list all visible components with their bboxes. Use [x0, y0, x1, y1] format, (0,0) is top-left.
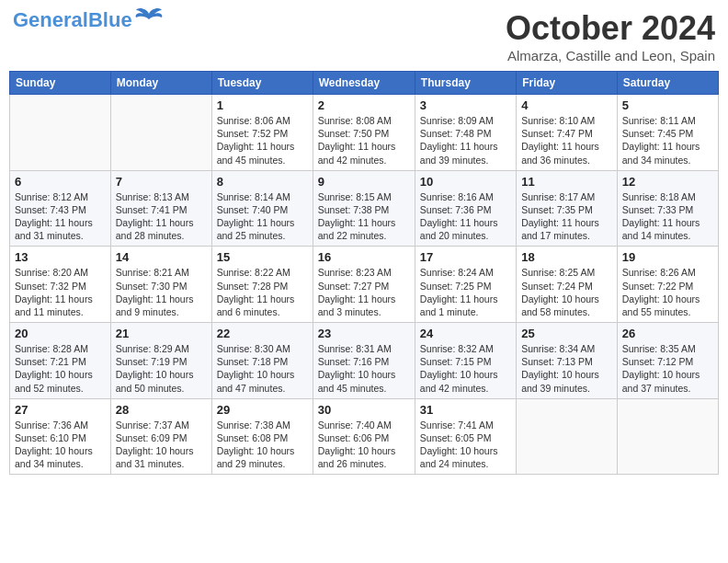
day-info: Sunrise: 8:15 AM Sunset: 7:38 PM Dayligh…	[318, 190, 410, 243]
day-number: 1	[217, 98, 308, 112]
day-number: 12	[622, 175, 713, 189]
calendar-week-row: 1Sunrise: 8:06 AM Sunset: 7:52 PM Daylig…	[10, 95, 719, 171]
day-info: Sunrise: 7:37 AM Sunset: 6:09 PM Dayligh…	[116, 419, 207, 471]
calendar-cell: 26Sunrise: 8:35 AM Sunset: 7:12 PM Dayli…	[617, 323, 718, 399]
calendar-week-row: 6Sunrise: 8:12 AM Sunset: 7:43 PM Daylig…	[10, 170, 719, 247]
calendar-week-row: 27Sunrise: 7:36 AM Sunset: 6:10 PM Dayli…	[10, 398, 719, 475]
day-number: 26	[622, 327, 713, 340]
day-info: Sunrise: 8:14 AM Sunset: 7:40 PM Dayligh…	[217, 190, 308, 243]
day-number: 23	[318, 327, 410, 340]
day-info: Sunrise: 8:08 AM Sunset: 7:50 PM Dayligh…	[318, 114, 410, 167]
day-number: 15	[217, 250, 308, 264]
day-number: 14	[116, 250, 207, 264]
calendar-cell: 30Sunrise: 7:40 AM Sunset: 6:06 PM Dayli…	[313, 398, 415, 475]
day-number: 7	[116, 175, 207, 189]
day-number: 21	[116, 327, 207, 340]
calendar-cell: 11Sunrise: 8:17 AM Sunset: 7:35 PM Dayli…	[517, 170, 618, 247]
calendar-cell	[617, 398, 718, 475]
calendar-cell: 5Sunrise: 8:11 AM Sunset: 7:45 PM Daylig…	[617, 95, 718, 171]
calendar-cell: 20Sunrise: 8:28 AM Sunset: 7:21 PM Dayli…	[10, 323, 111, 399]
day-info: Sunrise: 8:31 AM Sunset: 7:16 PM Dayligh…	[318, 342, 410, 395]
day-number: 9	[318, 175, 410, 189]
day-info: Sunrise: 8:22 AM Sunset: 7:28 PM Dayligh…	[217, 266, 308, 318]
day-number: 30	[318, 403, 410, 417]
calendar-cell: 2Sunrise: 8:08 AM Sunset: 7:50 PM Daylig…	[313, 95, 415, 171]
logo-text: GeneralBlue	[13, 9, 132, 31]
day-number: 20	[15, 327, 106, 340]
day-number: 28	[116, 403, 207, 417]
day-number: 4	[521, 98, 612, 112]
calendar-cell: 8Sunrise: 8:14 AM Sunset: 7:40 PM Daylig…	[211, 170, 313, 247]
day-info: Sunrise: 7:38 AM Sunset: 6:08 PM Dayligh…	[217, 419, 308, 471]
calendar-cell	[110, 95, 211, 171]
day-info: Sunrise: 8:13 AM Sunset: 7:41 PM Dayligh…	[116, 190, 207, 243]
day-number: 16	[318, 250, 410, 264]
day-info: Sunrise: 8:10 AM Sunset: 7:47 PM Dayligh…	[521, 114, 612, 167]
calendar-cell: 16Sunrise: 8:23 AM Sunset: 7:27 PM Dayli…	[313, 247, 415, 323]
page-header: GeneralBlue October 2024 Almarza, Castil…	[9, 9, 719, 63]
day-number: 13	[15, 250, 106, 264]
day-number: 6	[15, 175, 106, 189]
day-info: Sunrise: 8:28 AM Sunset: 7:21 PM Dayligh…	[15, 342, 106, 395]
day-info: Sunrise: 8:20 AM Sunset: 7:32 PM Dayligh…	[15, 266, 106, 318]
calendar-cell: 7Sunrise: 8:13 AM Sunset: 7:41 PM Daylig…	[110, 170, 211, 247]
day-info: Sunrise: 8:35 AM Sunset: 7:12 PM Dayligh…	[622, 342, 713, 395]
calendar-cell: 19Sunrise: 8:26 AM Sunset: 7:22 PM Dayli…	[617, 247, 718, 323]
day-number: 10	[420, 175, 511, 189]
calendar-cell: 18Sunrise: 8:25 AM Sunset: 7:24 PM Dayli…	[517, 247, 618, 323]
day-info: Sunrise: 8:24 AM Sunset: 7:25 PM Dayligh…	[420, 266, 511, 318]
calendar-cell: 23Sunrise: 8:31 AM Sunset: 7:16 PM Dayli…	[313, 323, 415, 399]
title-block: October 2024 Almarza, Castille and Leon,…	[506, 9, 715, 63]
calendar-cell: 17Sunrise: 8:24 AM Sunset: 7:25 PM Dayli…	[415, 247, 516, 323]
logo-bird-icon	[134, 6, 164, 27]
day-info: Sunrise: 8:09 AM Sunset: 7:48 PM Dayligh…	[420, 114, 511, 167]
calendar-cell	[10, 95, 111, 171]
calendar-header-row: SundayMondayTuesdayWednesdayThursdayFrid…	[10, 72, 719, 95]
weekday-header: Friday	[517, 72, 618, 95]
day-number: 2	[318, 98, 410, 112]
day-info: Sunrise: 8:16 AM Sunset: 7:36 PM Dayligh…	[420, 190, 511, 243]
location: Almarza, Castille and Leon, Spain	[506, 48, 715, 63]
day-number: 29	[217, 403, 308, 417]
weekday-header: Wednesday	[313, 72, 415, 95]
calendar-cell: 10Sunrise: 8:16 AM Sunset: 7:36 PM Dayli…	[415, 170, 516, 247]
calendar-cell: 21Sunrise: 8:29 AM Sunset: 7:19 PM Dayli…	[110, 323, 211, 399]
calendar-cell: 31Sunrise: 7:41 AM Sunset: 6:05 PM Dayli…	[415, 398, 516, 475]
calendar-cell: 6Sunrise: 8:12 AM Sunset: 7:43 PM Daylig…	[10, 170, 111, 247]
day-number: 18	[521, 250, 612, 264]
day-number: 5	[622, 98, 713, 112]
calendar-cell: 9Sunrise: 8:15 AM Sunset: 7:38 PM Daylig…	[313, 170, 415, 247]
calendar-cell: 1Sunrise: 8:06 AM Sunset: 7:52 PM Daylig…	[211, 95, 313, 171]
day-info: Sunrise: 8:30 AM Sunset: 7:18 PM Dayligh…	[217, 342, 308, 395]
weekday-header: Sunday	[10, 72, 111, 95]
calendar-cell	[517, 398, 618, 475]
day-info: Sunrise: 8:21 AM Sunset: 7:30 PM Dayligh…	[116, 266, 207, 318]
day-number: 31	[420, 403, 511, 417]
calendar-cell: 27Sunrise: 7:36 AM Sunset: 6:10 PM Dayli…	[10, 398, 111, 475]
month-title: October 2024	[506, 9, 715, 48]
weekday-header: Thursday	[415, 72, 516, 95]
weekday-header: Tuesday	[211, 72, 313, 95]
weekday-header: Monday	[110, 72, 211, 95]
day-number: 24	[420, 327, 511, 340]
day-number: 3	[420, 98, 511, 112]
day-info: Sunrise: 8:32 AM Sunset: 7:15 PM Dayligh…	[420, 342, 511, 395]
day-number: 25	[521, 327, 612, 340]
day-number: 8	[217, 175, 308, 189]
day-number: 19	[622, 250, 713, 264]
calendar-cell: 24Sunrise: 8:32 AM Sunset: 7:15 PM Dayli…	[415, 323, 516, 399]
day-number: 22	[217, 327, 308, 340]
calendar-cell: 4Sunrise: 8:10 AM Sunset: 7:47 PM Daylig…	[517, 95, 618, 171]
day-info: Sunrise: 8:17 AM Sunset: 7:35 PM Dayligh…	[521, 190, 612, 243]
calendar-cell: 25Sunrise: 8:34 AM Sunset: 7:13 PM Dayli…	[517, 323, 618, 399]
calendar-cell: 29Sunrise: 7:38 AM Sunset: 6:08 PM Dayli…	[211, 398, 313, 475]
calendar-cell: 22Sunrise: 8:30 AM Sunset: 7:18 PM Dayli…	[211, 323, 313, 399]
calendar-cell: 28Sunrise: 7:37 AM Sunset: 6:09 PM Dayli…	[110, 398, 211, 475]
day-info: Sunrise: 7:36 AM Sunset: 6:10 PM Dayligh…	[15, 419, 106, 471]
day-info: Sunrise: 7:41 AM Sunset: 6:05 PM Dayligh…	[420, 419, 511, 471]
day-info: Sunrise: 8:06 AM Sunset: 7:52 PM Dayligh…	[217, 114, 308, 167]
day-info: Sunrise: 8:23 AM Sunset: 7:27 PM Dayligh…	[318, 266, 410, 318]
day-info: Sunrise: 7:40 AM Sunset: 6:06 PM Dayligh…	[318, 419, 410, 471]
day-info: Sunrise: 8:29 AM Sunset: 7:19 PM Dayligh…	[116, 342, 207, 395]
day-info: Sunrise: 8:26 AM Sunset: 7:22 PM Dayligh…	[622, 266, 713, 318]
